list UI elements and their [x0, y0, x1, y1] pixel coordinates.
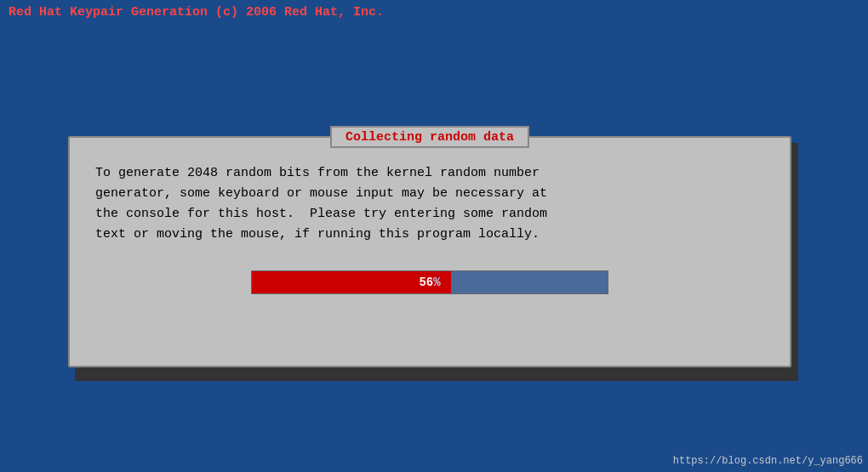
dialog-body: To generate 2048 random bits from the ke…	[70, 138, 790, 366]
dialog-box: Collecting random data To generate 2048 …	[68, 136, 791, 367]
percent-sign: %	[433, 276, 440, 289]
progress-bar-label: 56%	[419, 276, 440, 289]
dialog-message: To generate 2048 random bits from the ke…	[95, 163, 764, 245]
watermark-url: https://blog.csdn.net/y_yang666	[673, 455, 863, 467]
progress-bar-container: 56%	[251, 270, 608, 294]
header-title: Red Hat Keypair Generation (c) 2006 Red …	[0, 2, 392, 23]
